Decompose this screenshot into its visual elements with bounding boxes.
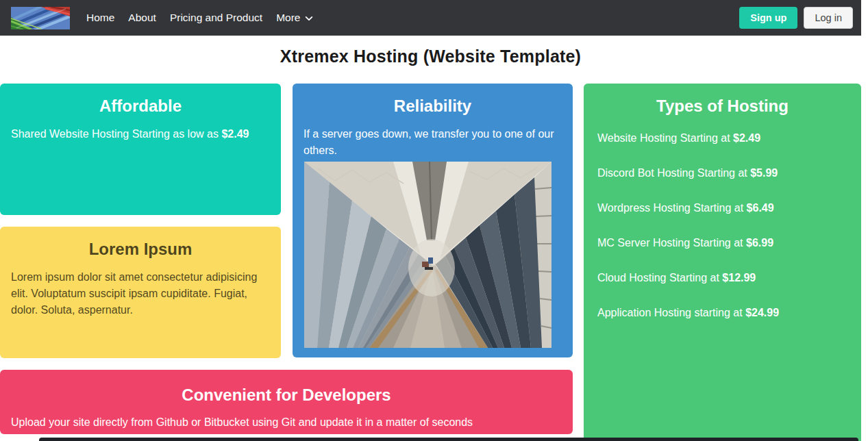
affordable-text: Shared Website Hosting Starting as low a…	[0, 116, 281, 142]
hosting-item-label: MC Server Hosting Starting at	[597, 237, 743, 249]
hosting-item-discord-bot: Discord Bot Hosting Starting at $5.99	[597, 165, 850, 181]
hosting-item-price: $2.49	[733, 132, 760, 144]
server-room-image	[304, 162, 551, 348]
scrollbar-gutter	[861, 0, 868, 441]
login-button[interactable]: Log in	[804, 7, 853, 29]
hosting-item-label: Website Hosting Starting at	[597, 132, 730, 144]
lorem-ipsum-text: Lorem ipsum dolor sit amet consectetur a…	[0, 260, 281, 318]
page: Home About Pricing and Product More Sign…	[0, 0, 868, 441]
lorem-ipsum-card: Lorem Ipsum Lorem ipsum dolor sit amet c…	[0, 227, 281, 358]
hosting-item-mc-server: MC Server Hosting Starting at $6.99	[597, 235, 850, 251]
page-title: Xtremex Hosting (Website Template)	[0, 47, 861, 66]
hosting-item-price: $12.99	[722, 272, 756, 284]
developers-title: Convenient for Developers	[0, 370, 573, 405]
nav-link-about[interactable]: About	[121, 0, 163, 36]
types-of-hosting-card: Types of Hosting Website Hosting Startin…	[584, 84, 861, 441]
hosting-item-label: Cloud Hosting Starting at	[597, 272, 719, 284]
affordable-title: Affordable	[0, 84, 281, 116]
reliability-card: Reliability If a server goes down, we tr…	[293, 84, 573, 357]
affordable-text-prefix: Shared Website Hosting Starting as low a…	[11, 128, 219, 140]
hosting-item-cloud: Cloud Hosting Starting at $12.99	[597, 270, 850, 286]
types-of-hosting-title: Types of Hosting	[584, 84, 861, 116]
hosting-list: Website Hosting Starting at $2.49 Discor…	[584, 116, 861, 321]
hosting-item-label: Application Hosting starting at	[597, 307, 743, 318]
nav-link-pricing-and-product[interactable]: Pricing and Product	[163, 0, 269, 36]
hosting-item-price: $5.99	[750, 167, 778, 179]
hosting-item-wordpress: Wordpress Hosting Starting at $6.49	[597, 200, 850, 216]
hosting-item-price: $6.49	[747, 202, 774, 214]
nav-link-home[interactable]: Home	[79, 0, 121, 36]
hosting-item-label: Discord Bot Hosting Starting at	[597, 167, 747, 179]
lorem-ipsum-title: Lorem Ipsum	[0, 227, 281, 260]
hosting-item-application: Application Hosting starting at $24.99	[597, 305, 850, 321]
convenient-for-developers-card: Convenient for Developers Upload your si…	[0, 370, 573, 434]
hosting-item-price: $24.99	[745, 307, 779, 318]
affordable-price: $2.49	[221, 128, 249, 140]
hosting-item-label: Wordpress Hosting Starting at	[597, 202, 743, 214]
navbar: Home About Pricing and Product More Sign…	[0, 0, 861, 36]
hosting-item-website: Website Hosting Starting at $2.49	[597, 130, 850, 147]
signup-button[interactable]: Sign up	[739, 7, 797, 29]
chevron-down-icon	[304, 14, 314, 23]
hosting-item-price: $6.99	[746, 237, 773, 249]
nav-link-more[interactable]: More	[269, 0, 321, 36]
below-fold-section-peek	[39, 438, 858, 441]
reliability-title: Reliability	[293, 84, 573, 116]
nav-link-more-label: More	[276, 0, 300, 36]
nav-links: Home About Pricing and Product More	[79, 0, 321, 36]
reliability-text: If a server goes down, we transfer you t…	[293, 116, 573, 159]
developers-text: Upload your site directly from Github or…	[0, 405, 573, 431]
affordable-card: Affordable Shared Website Hosting Starti…	[0, 84, 281, 215]
site-logo-image[interactable]	[11, 7, 70, 29]
